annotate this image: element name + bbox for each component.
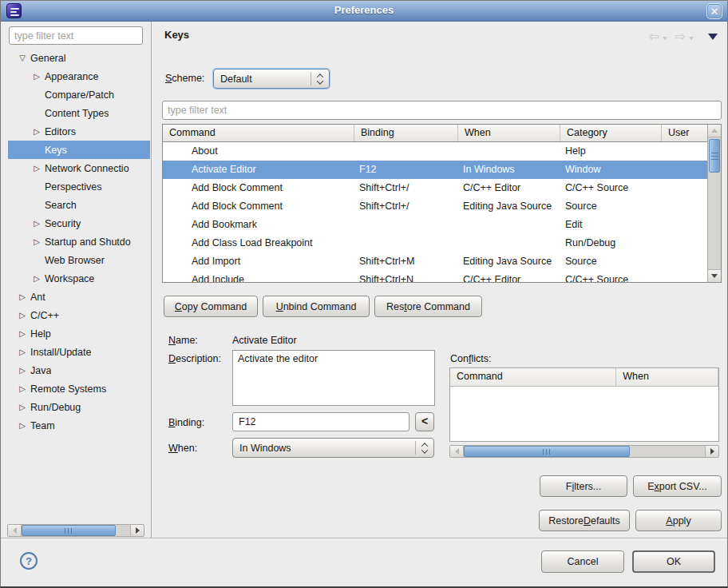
scrollbar-thumb[interactable] bbox=[464, 446, 630, 457]
export-csv-button[interactable]: Export CSV... bbox=[633, 475, 722, 497]
forward-history-chevron-icon[interactable] bbox=[689, 37, 694, 40]
close-icon[interactable]: ✕ bbox=[706, 3, 722, 19]
sidebar-item-security[interactable]: ▷Security bbox=[8, 214, 150, 232]
restore-command-button[interactable]: Restore Command bbox=[374, 296, 482, 317]
scrollbar-track[interactable] bbox=[116, 525, 130, 536]
forward-arrow-icon[interactable]: ⇨ bbox=[675, 31, 686, 42]
sidebar-item-remote-systems[interactable]: ▷Remote Systems bbox=[8, 379, 150, 398]
key-table-cell bbox=[662, 234, 707, 252]
column-header-category[interactable]: Category bbox=[560, 125, 662, 141]
expand-arrow-icon[interactable]: ▷ bbox=[30, 274, 43, 283]
command-filter-input[interactable] bbox=[162, 101, 722, 120]
sidebar-item-run-debug[interactable]: ▷Run/Debug bbox=[8, 398, 150, 416]
expand-arrow-icon[interactable]: ▷ bbox=[30, 237, 43, 246]
expand-arrow-icon[interactable]: ▷ bbox=[30, 164, 43, 173]
sidebar-item-web-browser[interactable]: Web Browser bbox=[8, 251, 150, 269]
sidebar-item-compare-patch[interactable]: Compare/Patch bbox=[8, 85, 150, 104]
key-table-cell: About bbox=[163, 142, 354, 161]
expand-arrow-icon[interactable]: ▷ bbox=[16, 348, 29, 356]
conflicts-column-header-command[interactable]: Command bbox=[450, 368, 616, 386]
sidebar-item-appearance[interactable]: ▷Appearance bbox=[8, 67, 150, 85]
scroll-right-icon[interactable] bbox=[130, 525, 144, 536]
key-table-row[interactable]: Add ImportShift+Ctrl+MEditing Java Sourc… bbox=[163, 252, 707, 271]
sidebar-item-java[interactable]: ▷Java bbox=[8, 361, 150, 379]
expand-arrow-icon[interactable]: ▷ bbox=[16, 311, 29, 320]
expand-arrow-icon[interactable]: ▷ bbox=[30, 72, 43, 81]
sidebar-item-label: Search bbox=[43, 200, 77, 211]
binding-backspace-button[interactable]: < bbox=[415, 412, 434, 431]
expand-arrow-icon[interactable]: ▷ bbox=[16, 366, 29, 375]
back-arrow-icon[interactable]: ⇦ bbox=[648, 31, 659, 42]
sidebar-item-help[interactable]: ▷Help bbox=[8, 324, 150, 343]
restore-defaults-button[interactable]: Restore Defaults bbox=[539, 510, 630, 531]
filters-button[interactable]: Filters... bbox=[540, 475, 627, 497]
scroll-down-icon[interactable] bbox=[708, 269, 721, 282]
sidebar-item-team[interactable]: ▷Team bbox=[8, 416, 150, 435]
key-table-row[interactable]: AboutHelp bbox=[163, 142, 707, 161]
name-value: Activate Editor bbox=[232, 335, 297, 346]
scroll-left-icon[interactable] bbox=[8, 525, 22, 536]
expand-arrow-icon[interactable]: ▷ bbox=[30, 127, 43, 136]
sidebar-item-editors[interactable]: ▷Editors bbox=[8, 122, 150, 141]
sidebar-item-general[interactable]: ▽General bbox=[8, 49, 150, 67]
sidebar-horizontal-scrollbar[interactable] bbox=[7, 524, 144, 537]
key-table-row[interactable]: Activate EditorF12In WindowsWindow bbox=[163, 161, 707, 179]
back-history-chevron-icon[interactable] bbox=[663, 37, 667, 40]
scroll-left-icon[interactable] bbox=[450, 446, 464, 457]
sidebar-item-ant[interactable]: ▷Ant bbox=[8, 288, 150, 306]
column-header-binding[interactable]: Binding bbox=[354, 125, 458, 141]
sidebar-item-network-connectio[interactable]: ▷Network Connectio bbox=[8, 159, 150, 177]
key-table-cell bbox=[662, 179, 707, 197]
expand-arrow-icon[interactable]: ▷ bbox=[30, 219, 43, 228]
key-table-cell bbox=[662, 161, 707, 179]
key-table-row[interactable]: Add IncludeShift+Ctrl+NC/C++ EditorC/C++… bbox=[163, 271, 707, 282]
binding-field[interactable] bbox=[232, 412, 410, 431]
view-menu-icon[interactable] bbox=[708, 34, 718, 40]
column-header-command[interactable]: Command bbox=[163, 125, 354, 141]
expand-arrow-icon[interactable]: ▷ bbox=[16, 403, 29, 411]
scrollbar-thumb[interactable] bbox=[709, 139, 720, 173]
preferences-dialog: Preferences ✕ ▽General▷AppearanceCompare… bbox=[0, 0, 728, 588]
scroll-up-icon[interactable] bbox=[708, 125, 721, 137]
scrollbar-thumb[interactable] bbox=[22, 525, 116, 536]
column-header-when[interactable]: When bbox=[458, 125, 560, 141]
key-table-vertical-scrollbar[interactable] bbox=[707, 125, 721, 282]
conflicts-horizontal-scrollbar[interactable] bbox=[449, 445, 719, 458]
description-field[interactable]: Activate the editor bbox=[232, 350, 435, 406]
key-table-row[interactable]: Add Block CommentShift+Ctrl+/Editing Jav… bbox=[163, 197, 707, 216]
sidebar-item-workspace[interactable]: ▷Workspace bbox=[8, 269, 150, 288]
collapse-arrow-icon[interactable]: ▽ bbox=[16, 54, 29, 62]
key-bindings-table: CommandBindingWhenCategoryUser AboutHelp… bbox=[162, 124, 722, 283]
key-table-row[interactable]: Add Block CommentShift+Ctrl+/C/C++ Edito… bbox=[163, 179, 707, 197]
conflicts-column-header-when[interactable]: When bbox=[616, 368, 718, 386]
expand-arrow-icon[interactable]: ▷ bbox=[16, 329, 29, 338]
expand-arrow-icon[interactable]: ▷ bbox=[16, 384, 29, 393]
scrollbar-track[interactable] bbox=[630, 446, 705, 457]
cancel-button[interactable]: Cancel bbox=[541, 550, 624, 573]
expand-arrow-icon[interactable]: ▷ bbox=[16, 421, 29, 430]
scheme-select[interactable]: Default bbox=[213, 69, 330, 89]
key-table-cell bbox=[662, 197, 707, 216]
sidebar-item-startup-and-shutdo[interactable]: ▷Startup and Shutdo bbox=[8, 232, 150, 251]
window-title: Preferences bbox=[1, 4, 727, 16]
key-table-row[interactable]: Add BookmarkEdit bbox=[163, 216, 707, 234]
titlebar[interactable]: Preferences ✕ bbox=[1, 1, 727, 22]
when-select[interactable]: In Windows bbox=[232, 438, 434, 458]
sidebar-item-label: Java bbox=[29, 365, 51, 376]
expand-arrow-icon[interactable]: ▷ bbox=[16, 292, 29, 301]
unbind-command-button[interactable]: Unbind Command bbox=[263, 296, 370, 317]
ok-button[interactable]: OK bbox=[632, 550, 715, 573]
help-icon[interactable]: ? bbox=[20, 552, 38, 570]
scroll-right-icon[interactable] bbox=[705, 446, 718, 457]
sidebar-item-label: Appearance bbox=[43, 71, 98, 82]
apply-button[interactable]: Apply bbox=[635, 510, 722, 531]
sidebar-filter-input[interactable] bbox=[9, 26, 143, 45]
key-table-row[interactable]: Add Class Load BreakpointRun/Debug bbox=[163, 234, 707, 252]
sidebar-item-c-c-[interactable]: ▷C/C++ bbox=[8, 306, 150, 324]
sidebar-item-perspectives[interactable]: Perspectives bbox=[8, 177, 150, 196]
copy-command-button[interactable]: Copy Command bbox=[164, 296, 258, 317]
sidebar-item-install-update[interactable]: ▷Install/Update bbox=[8, 343, 150, 361]
sidebar-item-keys[interactable]: Keys bbox=[8, 141, 150, 159]
sidebar-item-content-types[interactable]: Content Types bbox=[8, 104, 150, 122]
sidebar-item-search[interactable]: Search bbox=[8, 196, 150, 214]
